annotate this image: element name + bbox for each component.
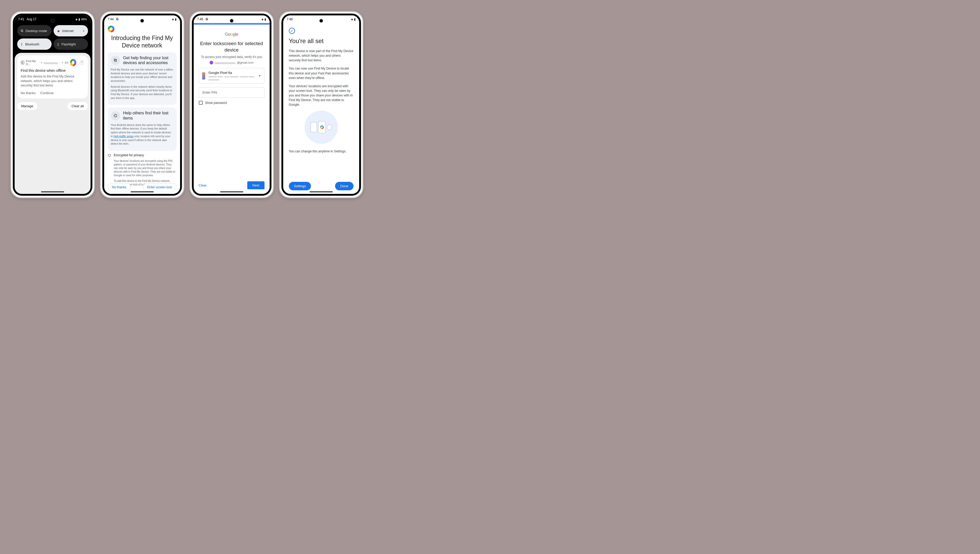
- google-g-icon: G: [21, 60, 24, 65]
- bluetooth-icon: ᛒ: [21, 42, 23, 46]
- front-camera: [230, 19, 233, 22]
- continue-button[interactable]: Continue: [40, 91, 54, 95]
- battery-icon: ▮: [78, 18, 80, 21]
- status-time: 7:41: [18, 18, 24, 21]
- card-title: Get help finding your lost devices and a…: [123, 56, 174, 65]
- info-card-help-others: ⌬ Help others find their lost items Your…: [108, 107, 177, 151]
- gesture-bar[interactable]: [131, 191, 154, 193]
- quick-settings-tiles: ⧉ Desktop mode ◈ Internet › ᛒ Bluetooth …: [14, 23, 91, 53]
- battery-icon: ▮: [265, 18, 266, 21]
- settings-note: You can change this anytime in Settings.: [289, 149, 354, 154]
- tile-flashlight[interactable]: ▯ Flashlight: [54, 38, 88, 50]
- checkbox-label: Show password: [205, 101, 227, 105]
- card-text: Your Android device does the same to hel…: [111, 123, 174, 146]
- wifi-icon: ◈: [351, 18, 353, 21]
- phone-icon: [202, 72, 206, 80]
- phone-1-notification-shade: 7:41 Aug 17 ◈ ▮ 88% ⧉ Desktop mode ◈ Int…: [10, 11, 95, 198]
- page-title: Introducing the Find My Device network: [108, 34, 177, 49]
- status-time: 7:44: [108, 18, 114, 21]
- phone-icon: [318, 121, 326, 134]
- card-text: Find My Device can use the network of ov…: [111, 68, 174, 83]
- notif-title: Find this device when offline: [21, 68, 84, 73]
- paragraph: You can now use Find My Device to locate…: [289, 66, 354, 80]
- notif-app-name: Find My D…: [26, 59, 40, 66]
- notification-area: G Find My D… • ▬▬▬▬▬… • 1m ⌃ Find this d…: [14, 53, 91, 194]
- clear-all-button[interactable]: Clear all: [67, 102, 88, 110]
- watch-icon: [327, 124, 332, 130]
- phone-2-fmd-intro: 7:44 G ◈ ▮ Introducing the Find My Devic…: [100, 11, 185, 198]
- flashlight-icon: ▯: [57, 42, 59, 46]
- gesture-bar[interactable]: [41, 191, 64, 193]
- tile-bluetooth[interactable]: ᛒ Bluetooth: [17, 38, 51, 50]
- wifi-icon: ◈: [172, 18, 174, 21]
- collapse-button[interactable]: ⌃: [79, 60, 84, 65]
- enter-screen-lock-button[interactable]: Enter screen lock: [143, 183, 177, 191]
- tile-label: Bluetooth: [25, 42, 40, 46]
- pin-input[interactable]: Enter PIN: [199, 87, 265, 98]
- google-g-icon: G: [116, 18, 118, 21]
- card-title: Help others find their lost items: [123, 111, 174, 120]
- fmd-logo-icon: [108, 25, 115, 32]
- card-text: Android devices in the network detect ne…: [111, 85, 174, 100]
- tile-label: Flashlight: [62, 42, 76, 46]
- group-icon: ⌬: [111, 111, 120, 120]
- tile-desktop-mode[interactable]: ⧉ Desktop mode: [17, 25, 51, 37]
- tile-label: Internet: [62, 29, 73, 33]
- email-masked: ▬▬▬▬▬▬▬: [215, 61, 236, 64]
- front-camera: [319, 19, 323, 22]
- google-g-icon: G: [206, 18, 208, 21]
- desktop-icon: ⧉: [21, 29, 23, 33]
- no-thanks-button[interactable]: No thanks: [21, 91, 36, 95]
- clear-button[interactable]: Clear: [199, 183, 207, 187]
- notification-card[interactable]: G Find My D… • ▬▬▬▬▬… • 1m ⌃ Find this d…: [17, 56, 88, 99]
- device-name: Google Pixel 6a: [208, 71, 255, 75]
- tile-label: Desktop mode: [25, 29, 47, 33]
- device-selector[interactable]: Google Pixel 6a ▬▬▬ ▬▬, ▬▬ ▬▬▬, ▬▬▬ ▬▬, …: [199, 68, 265, 84]
- fmd-ring-icon: [70, 59, 76, 66]
- google-logo: Google: [199, 32, 265, 37]
- wifi-icon: ◈: [75, 18, 78, 21]
- devices-icon: ⧉: [111, 56, 120, 65]
- privacy-text: Your devices' locations are encrypted us…: [114, 159, 177, 177]
- info-card-find-devices: ⧉ Get help finding your lost devices and…: [108, 53, 177, 105]
- subtitle: To access your encrypted data, verify it…: [199, 55, 265, 59]
- front-camera: [51, 19, 54, 22]
- shield-icon: 🛡: [108, 154, 112, 158]
- status-time: 7:46: [287, 18, 293, 21]
- phone-3-enter-lockscreen: 7:45 G ◈ ▮ Google Enter lockscreen for s…: [189, 11, 274, 198]
- battery-icon: ▮: [354, 18, 355, 21]
- status-date: Aug 17: [27, 18, 37, 21]
- devices-illustration: [304, 111, 338, 144]
- chevron-right-icon: ›: [83, 29, 84, 33]
- battery-icon: ▮: [175, 18, 177, 21]
- paragraph: This device is now part of the Find My D…: [289, 49, 354, 62]
- no-thanks-button[interactable]: No thanks: [108, 183, 131, 191]
- phone-4-all-set: 7:46 ◈ ▮ ✓ You're all set This device is…: [279, 11, 363, 198]
- settings-button[interactable]: Settings: [289, 182, 311, 190]
- device-meta: ▬▬▬ ▬▬, ▬▬ ▬▬▬, ▬▬▬ ▬▬, ▬▬▬▬: [208, 75, 255, 81]
- tile-internet[interactable]: ◈ Internet ›: [54, 25, 88, 37]
- front-camera: [140, 19, 144, 22]
- paragraph: Your devices' locations are encrypted wi…: [289, 84, 354, 107]
- privacy-heading: Encrypted for privacy: [114, 153, 144, 157]
- avatar-icon: [210, 61, 213, 64]
- tablet-icon: [311, 122, 317, 132]
- status-time: 7:45: [197, 18, 203, 21]
- gesture-bar[interactable]: [310, 191, 333, 193]
- notif-age: 1m: [65, 61, 69, 64]
- wifi-icon: ◈: [57, 29, 60, 33]
- battery-text: 88%: [81, 18, 87, 21]
- show-password-checkbox[interactable]: Show password: [199, 101, 265, 105]
- notif-body: Add this device to the Find My Device ne…: [21, 74, 84, 88]
- email-domain: @gmail.com: [237, 61, 253, 64]
- notif-sender: ▬▬▬▬▬…: [44, 61, 61, 64]
- next-button[interactable]: Next: [247, 181, 265, 189]
- done-button[interactable]: Done: [335, 182, 353, 190]
- check-circle-icon: ✓: [289, 28, 295, 34]
- checkbox-icon: [199, 101, 203, 105]
- wifi-icon: ◈: [261, 18, 263, 21]
- dropdown-icon: ▼: [258, 74, 261, 77]
- gesture-bar[interactable]: [220, 191, 243, 193]
- high-traffic-link[interactable]: high-traffic areas: [114, 135, 134, 138]
- manage-button[interactable]: Manage: [17, 102, 37, 110]
